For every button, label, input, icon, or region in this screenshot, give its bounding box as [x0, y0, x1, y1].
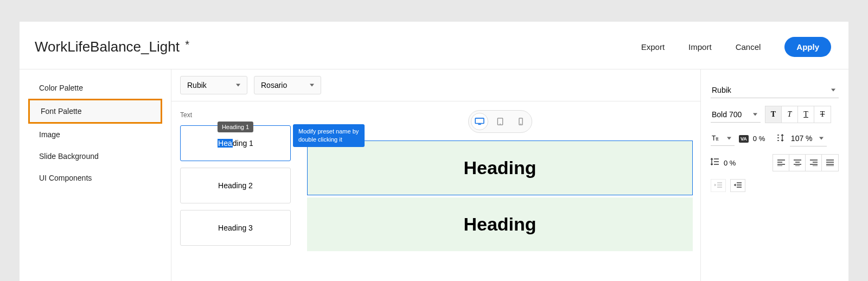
line-height-icon	[777, 134, 786, 144]
indent-button[interactable]	[730, 179, 745, 192]
device-tablet-button[interactable]	[492, 113, 509, 130]
cancel-button[interactable]: Cancel	[736, 42, 761, 52]
align-justify-button[interactable]	[822, 155, 838, 171]
align-left-button[interactable]	[773, 155, 789, 171]
mobile-icon	[516, 118, 526, 125]
svg-rect-1	[478, 124, 481, 125]
header-actions: Export Import Cancel Apply	[641, 37, 831, 57]
sidebar-item-slide-background[interactable]: Slide Background	[28, 145, 162, 167]
paragraph-spacing-icon	[711, 158, 719, 168]
italic-button[interactable]: T	[782, 106, 798, 123]
apply-button[interactable]: Apply	[784, 37, 831, 57]
content-row: Text Heading 1 Heading 1 Modify preset n…	[171, 101, 700, 281]
paragraph-spacing-value[interactable]: 0 %	[724, 159, 743, 167]
unsaved-indicator: *	[185, 39, 189, 50]
svg-rect-0	[475, 118, 484, 124]
preset-heading-2[interactable]: Heading 2	[180, 168, 291, 203]
app-frame: WorkLifeBalance_Light * Export Import Ca…	[20, 22, 848, 281]
preview-heading-1[interactable]: Heading	[307, 140, 693, 195]
body: Color Palette Font Palette Image Slide B…	[20, 69, 848, 281]
preset-name-rest[interactable]: ding 1	[233, 139, 253, 148]
secondary-font-select[interactable]: Rosario	[254, 76, 321, 94]
device-desktop-button[interactable]	[471, 113, 488, 130]
preset-section-label: Text	[180, 111, 291, 119]
rename-tooltip: Modify preset name by double clicking it	[293, 124, 365, 147]
device-mobile-button[interactable]	[512, 113, 529, 130]
kerning-value[interactable]: 0 %	[753, 135, 773, 143]
font-family-select[interactable]: Rubik	[711, 82, 839, 98]
device-switcher	[307, 110, 693, 133]
sidebar-item-image[interactable]: Image	[28, 124, 162, 145]
text-style-group: T T T T	[765, 106, 831, 123]
sidebar-item-color-palette[interactable]: Color Palette	[28, 77, 162, 99]
import-button[interactable]: Import	[688, 42, 712, 52]
sidebar-item-ui-components[interactable]: UI Components	[28, 167, 162, 189]
align-right-button[interactable]	[806, 155, 822, 171]
underline-button[interactable]: T	[798, 106, 814, 123]
bold-button[interactable]: T	[765, 106, 782, 123]
font-family-row: Rubik Rosario	[171, 69, 700, 101]
align-group	[773, 154, 839, 171]
preset-list: Text Heading 1 Heading 1 Modify preset n…	[171, 101, 299, 281]
line-height-select[interactable]: 107 %	[790, 131, 827, 146]
properties-panel: Rubik Bold 700 T T T T Ttt VA 0 % 107 %	[701, 69, 848, 281]
sidebar: Color Palette Font Palette Image Slide B…	[20, 69, 171, 281]
primary-font-select[interactable]: Rubik	[180, 76, 247, 94]
tablet-icon	[495, 118, 505, 125]
svg-point-5	[520, 124, 521, 124]
kerning-icon: VA	[739, 135, 749, 143]
align-center-button[interactable]	[789, 155, 806, 171]
desktop-icon	[475, 118, 484, 125]
sidebar-item-font-palette[interactable]: Font Palette	[28, 99, 162, 124]
strikethrough-button[interactable]: T	[814, 106, 831, 123]
preset-name-selection[interactable]: Hea	[218, 139, 233, 148]
text-case-select[interactable]: Ttt	[711, 131, 735, 146]
export-button[interactable]: Export	[641, 42, 665, 52]
svg-point-3	[500, 124, 500, 124]
preview-heading-2[interactable]: Heading	[307, 197, 693, 251]
middle-panel: Rubik Rosario Text Heading 1 Heading 1 M…	[171, 69, 701, 281]
preset-heading-1[interactable]: Heading 1 Heading 1	[180, 125, 291, 161]
font-weight-select[interactable]: Bold 700	[711, 107, 761, 123]
preset-badge: Heading 1	[218, 122, 253, 132]
device-group	[468, 110, 532, 133]
outdent-button[interactable]	[711, 179, 726, 192]
header: WorkLifeBalance_Light * Export Import Ca…	[20, 22, 848, 69]
title-text: WorkLifeBalance_Light	[35, 39, 180, 55]
preset-heading-3[interactable]: Heading 3	[180, 210, 291, 246]
page-title: WorkLifeBalance_Light *	[35, 39, 189, 55]
